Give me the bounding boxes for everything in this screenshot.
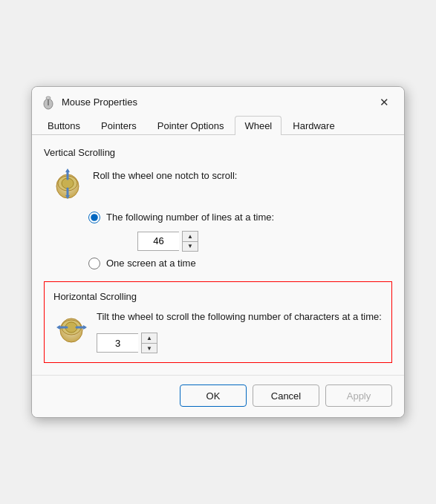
tab-content: Vertical Scrolling	[32, 135, 404, 376]
vertical-spin-down[interactable]: ▼	[183, 241, 198, 251]
vertical-roll-text: Roll the wheel one notch to scroll:	[93, 166, 237, 183]
radio-lines[interactable]	[88, 212, 100, 223]
horizontal-mouse-icon-container	[53, 310, 89, 345]
down-arrow-icon2: ▼	[146, 345, 152, 352]
tab-bar: Buttons Pointers Pointer Options Wheel H…	[32, 115, 404, 135]
ok-button[interactable]: OK	[180, 384, 247, 407]
radio-screen[interactable]	[88, 258, 100, 269]
dialog-title: Mouse Properties	[62, 96, 137, 108]
close-button[interactable]: ✕	[373, 94, 395, 111]
title-bar: Mouse Properties ✕	[32, 87, 404, 115]
vertical-spinner-buttons: ▲ ▼	[182, 231, 198, 252]
vertical-scrolling-section: Vertical Scrolling	[44, 147, 392, 269]
tab-pointers[interactable]: Pointers	[91, 116, 146, 135]
radio-lines-label: The following number of lines at a time:	[106, 212, 274, 223]
vertical-mouse-icon-container	[50, 166, 85, 201]
svg-marker-7	[65, 168, 70, 172]
mouse-icon	[41, 95, 56, 110]
up-arrow-icon: ▲	[187, 233, 193, 240]
button-row: OK Cancel Apply	[32, 375, 404, 417]
horizontal-spin-up[interactable]: ▲	[142, 333, 157, 343]
horizontal-spin-down[interactable]: ▼	[142, 343, 157, 353]
vertical-mouse-wheel-icon	[51, 167, 84, 200]
svg-point-2	[46, 96, 51, 99]
up-arrow-icon2: ▲	[146, 335, 152, 341]
tab-wheel[interactable]: Wheel	[235, 116, 282, 135]
horizontal-spinner-row: ▲ ▼	[97, 333, 382, 353]
vertical-spin-up[interactable]: ▲	[183, 232, 198, 241]
cancel-button[interactable]: Cancel	[253, 384, 319, 407]
apply-button[interactable]: Apply	[325, 384, 392, 407]
svg-marker-14	[56, 325, 60, 330]
horizontal-spinner-buttons: ▲ ▼	[141, 333, 157, 353]
horizontal-tilt-text: Tilt the wheel to scroll the following n…	[97, 310, 382, 324]
vertical-lines-input[interactable]	[137, 232, 179, 251]
tab-hardware[interactable]: Hardware	[283, 116, 344, 135]
horizontal-scrolling-section: Horizontal Scrolling	[44, 281, 392, 364]
svg-marker-16	[83, 325, 87, 330]
horizontal-mouse-wheel-icon	[55, 311, 88, 344]
vertical-section-label: Vertical Scrolling	[44, 147, 392, 158]
down-arrow-icon: ▼	[187, 243, 193, 249]
radio-screen-label: One screen at a time	[106, 258, 196, 269]
horizontal-section-label: Horizontal Scrolling	[53, 291, 383, 302]
dialog-window: Mouse Properties ✕ Buttons Pointers Poin…	[31, 86, 405, 419]
close-icon: ✕	[380, 96, 389, 109]
vertical-spinner-row: ▲ ▼	[88, 231, 392, 252]
horizontal-chars-input[interactable]	[97, 333, 138, 353]
vertical-radio-group: The following number of lines at a time:…	[50, 212, 392, 269]
tab-buttons[interactable]: Buttons	[38, 116, 90, 135]
tab-pointer-options[interactable]: Pointer Options	[148, 116, 234, 135]
